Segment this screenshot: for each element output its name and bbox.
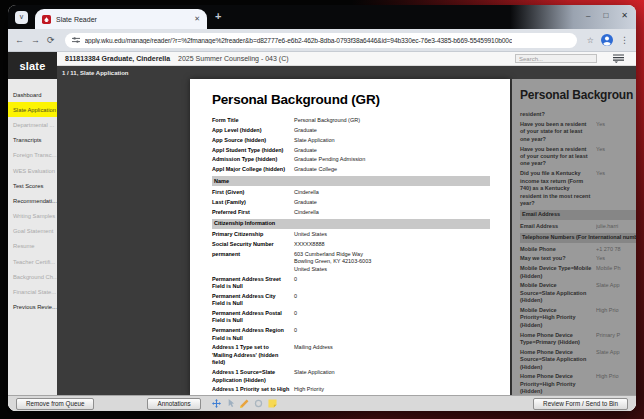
field-value: Graduate: [294, 147, 490, 154]
field-label: Primary Citizenship: [212, 231, 294, 238]
sidebar-item-label: Teacher Certifi...: [13, 259, 55, 265]
reader-bottom-bar: Remove from Queue Annotations: [8, 395, 636, 411]
field-label: Citizenship Information: [214, 220, 279, 227]
pan-tool-icon[interactable]: [212, 399, 221, 408]
sidebar-item[interactable]: WES Evaluation: [8, 163, 57, 178]
sidebar-item[interactable]: Foreign Transc...: [8, 148, 57, 163]
field-label: Have you been a resident of your county …: [520, 146, 596, 168]
sidebar-item[interactable]: Departmental ...: [8, 117, 57, 132]
field-value: +1 270 78: [596, 246, 636, 253]
url-text: apply.wku.edu/manage/reader/?r=%2fmanage…: [85, 37, 513, 44]
form-row: Email Address: [520, 210, 636, 220]
field-label: Form Title: [212, 117, 294, 124]
form-row: First (Given) Cinderella: [212, 188, 490, 198]
maximize-button[interactable]: □: [603, 9, 608, 23]
display-options-icon[interactable]: [613, 54, 624, 63]
field-value: 0: [294, 293, 490, 308]
form-row: Home Phone Device Type=Primary (Hidden) …: [520, 330, 636, 347]
browser-tab[interactable]: Slate Reader ✕: [35, 9, 207, 29]
field-label: Admission Type (hidden): [212, 156, 294, 163]
sidebar-item[interactable]: Financial State...: [8, 284, 57, 299]
sidebar-item-label: Financial State...: [13, 289, 56, 295]
sidebar-item[interactable]: Dashboard: [8, 87, 57, 102]
form-row: Mobile Device Source=Slate Application (…: [520, 281, 636, 306]
sidebar-item[interactable]: Slate Application: [8, 102, 57, 117]
remove-from-queue-button[interactable]: Remove from Queue: [16, 398, 94, 410]
document-viewer[interactable]: 1 / 11, Slate Application Personal Backg…: [57, 66, 636, 395]
field-label: Appl Major College (hidden): [212, 166, 294, 173]
profile-avatar[interactable]: [601, 34, 613, 46]
field-label: resident?: [520, 111, 596, 118]
sidebar-item[interactable]: Goal Statement: [8, 224, 57, 239]
stamp-tool-icon[interactable]: [254, 399, 263, 408]
field-label: Address 1 Priority set to High Priority …: [212, 386, 294, 395]
search-input[interactable]: [515, 54, 597, 63]
field-label: Home Phone Device Type=Primary (Hidden): [520, 332, 596, 347]
select-tool-icon[interactable]: [226, 399, 235, 408]
sidebar-item[interactable]: Writing Samples: [8, 209, 57, 224]
highlighter-tool-icon[interactable]: [240, 399, 249, 408]
sidebar-item[interactable]: Recommendati...: [8, 193, 57, 208]
sidebar-item[interactable]: Teacher Certifi...: [8, 254, 57, 269]
form-row: Permanent Address Postal Field is Null 0: [212, 309, 490, 326]
sidebar-item[interactable]: Transcripts: [8, 133, 57, 148]
form-row: Address 1 Type set to 'Mailing Address' …: [212, 343, 490, 368]
field-value: Slate App: [596, 282, 636, 304]
field-label: Name: [214, 178, 233, 185]
field-label: Social Security Number: [212, 241, 294, 248]
field-value: 0: [294, 310, 490, 325]
close-button[interactable]: ✕: [621, 9, 628, 23]
sticky-note-tool-icon[interactable]: [268, 399, 277, 408]
form-row: Permanent Address Region Field is Null 0: [212, 326, 490, 343]
back-icon[interactable]: ←: [15, 36, 24, 45]
sidebar-item[interactable]: Test Scores: [8, 178, 57, 193]
sidebar-item-label: Previous Revie...: [13, 304, 57, 310]
field-value: High Prio: [596, 307, 636, 329]
field-label: Have you been a resident of your state f…: [520, 121, 596, 143]
field-label: App Level (hidden): [212, 127, 294, 134]
forward-icon[interactable]: →: [31, 36, 40, 45]
browser-menu-icon[interactable]: ⋮: [620, 35, 629, 45]
tab-search-icon[interactable]: v: [15, 11, 28, 24]
form-row: Appl Major College (hidden) Graduate Col…: [212, 165, 490, 175]
sidebar-item-label: Recommendati...: [13, 198, 57, 204]
field-value: Slate App: [596, 349, 636, 371]
site-settings-icon[interactable]: [72, 36, 80, 44]
field-value: Yes: [596, 255, 636, 262]
url-bar[interactable]: apply.wku.edu/manage/reader/?r=%2fmanage…: [65, 33, 577, 48]
field-value: 0: [294, 276, 490, 291]
new-tab-button[interactable]: +: [215, 10, 221, 22]
form-page-2-dimmed: Personal Backgroun resident? Have you be…: [512, 79, 636, 395]
form-field-table-page2: resident? Have you been a resident of yo…: [520, 110, 636, 395]
browser-tab-strip: v Slate Reader ✕ + – □ ✕: [8, 5, 636, 29]
field-label: Permanent Address Street Field is Null: [212, 276, 294, 291]
field-value: Yes: [596, 170, 636, 207]
field-label: Mobile Device Type=Mobile (Hidden): [520, 265, 596, 280]
form-row: Did you file a Kentucky income tax retur…: [520, 169, 636, 208]
reload-icon[interactable]: ⟳: [47, 36, 55, 45]
sidebar-item[interactable]: Resume: [8, 239, 57, 254]
annotations-button[interactable]: Annotations: [147, 398, 200, 410]
field-value: Slate Application: [294, 369, 490, 384]
sidebar-item-label: Slate Application: [13, 107, 56, 113]
form-row: App Level (hidden) Graduate: [212, 126, 490, 136]
sidebar-item[interactable]: Background Ch...: [8, 269, 57, 284]
tab-close-icon[interactable]: ✕: [194, 15, 200, 23]
field-label: Permanent Address Region Field is Null: [212, 327, 294, 342]
field-label: Home Phone Device Source=Slate Applicati…: [520, 349, 596, 371]
field-label: permanent: [212, 251, 294, 273]
field-value: julie.harri: [596, 223, 636, 230]
field-label: Permanent Address City Field is Null: [212, 293, 294, 308]
bookmark-star-icon[interactable]: ☆: [587, 36, 594, 45]
form-row: Social Security Number XXXXX8888: [212, 240, 490, 250]
field-label: Appl Student Type (hidden): [212, 147, 294, 154]
minimize-button[interactable]: –: [586, 9, 590, 23]
form-row: Permanent Address City Field is Null 0: [212, 292, 490, 309]
field-value: United States: [294, 231, 490, 238]
field-value: Graduate: [294, 199, 490, 206]
sidebar-item-label: Departmental ...: [13, 122, 54, 128]
review-form-button[interactable]: Review Form / Send to Bin: [533, 398, 628, 410]
page-indicator: 1 / 11, Slate Application: [62, 70, 128, 76]
field-value: Slate Application: [294, 137, 490, 144]
sidebar-item[interactable]: Previous Revie...: [8, 300, 57, 315]
